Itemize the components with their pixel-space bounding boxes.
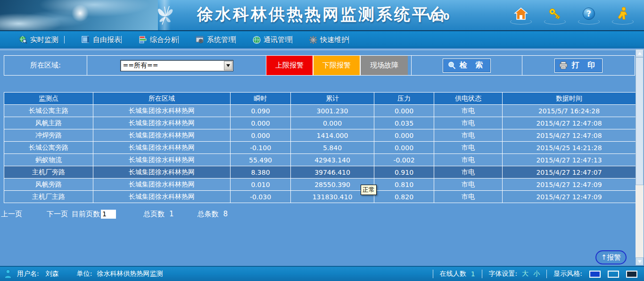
nav-separator — [292, 36, 292, 43]
cell-power-status: 市电 — [434, 179, 503, 191]
cell-instant: 0.000 — [231, 117, 291, 129]
column-header[interactable]: 瞬时 — [231, 93, 291, 105]
column-header[interactable]: 数据时间 — [503, 93, 636, 105]
table-body: 长城公寓主路 长城集团徐水科林热网 0.090 3001.230 0.000 市… — [4, 105, 636, 203]
region-select[interactable]: ==所有== — [120, 60, 233, 71]
ripple-decoration — [612, 19, 634, 25]
region-selected-value: ==所有== — [121, 61, 224, 70]
column-header[interactable]: 监测点 — [4, 93, 93, 105]
gear-icon — [309, 36, 317, 44]
font-setting-label: 字体设置: — [489, 270, 518, 278]
cell-region: 长城集团徐水科林热网 — [93, 191, 231, 203]
search-button-label: 检 索 — [460, 60, 486, 70]
next-page-link[interactable]: 下一页 — [47, 210, 68, 219]
cell-power-status: 市电 — [434, 117, 503, 129]
question-mark-icon: ? — [583, 8, 595, 20]
cell-power-status: 市电 — [434, 129, 503, 142]
table-header-row: 监测点 所在区域 瞬时 累计 压力 供电状态 数据时间 — [4, 93, 636, 105]
ripple-decoration — [578, 19, 600, 25]
table-row[interactable]: 长城公寓旁路 长城集团徐水科林热网 -0.100 5.840 0.000 市电 … — [4, 142, 636, 154]
style-swatch-light[interactable] — [608, 271, 619, 278]
cell-region: 长城集团徐水科林热网 — [93, 105, 231, 117]
prev-page-link[interactable]: 上一页 — [1, 210, 22, 219]
style-swatch-blue[interactable] — [589, 271, 601, 278]
cell-monitor-point: 冲焊旁路 — [4, 129, 93, 142]
column-header[interactable]: 所在区域 — [93, 93, 231, 105]
online-count-label: 在线人数 — [440, 270, 466, 278]
help-button[interactable]: ? — [581, 6, 597, 22]
style-swatch-dark[interactable] — [626, 271, 637, 278]
user-exit-button[interactable] — [615, 6, 631, 22]
home-button[interactable] — [513, 6, 529, 22]
butterfly-logo-icon — [155, 4, 176, 28]
username-value: 刘森 — [46, 270, 59, 278]
alarm-float-button[interactable]: ↑报警 — [595, 250, 627, 264]
nav-separator — [121, 36, 122, 43]
cell-monitor-point: 主机厂旁路 — [4, 166, 93, 179]
upper-limit-alarm-button[interactable]: 上限报警 — [266, 56, 314, 75]
cell-monitor-point: 风帆旁路 — [4, 179, 93, 191]
column-header[interactable]: 供电状态 — [434, 93, 503, 105]
nav-item-analysis[interactable]: 综合分析 — [139, 35, 178, 44]
cell-pressure: 0.035 — [374, 117, 434, 129]
nav-separator — [235, 36, 236, 43]
nav-item-realtime[interactable]: 实时监测 — [19, 35, 64, 44]
cell-data-time: 2015/4/27 12:47:09 — [503, 191, 636, 203]
dropdown-arrow-button[interactable] — [224, 61, 232, 70]
table-row[interactable]: 风帆主路 长城集团徐水科林热网 0.000 0.000 0.035 市电 201… — [4, 117, 636, 129]
nav-item-label: 通讯管理 — [264, 35, 292, 44]
cell-region: 长城集团徐水科林热网 — [93, 129, 231, 142]
nav-item-reports[interactable]: 自由报表 — [82, 35, 121, 44]
cell-pressure: 0.810 — [374, 179, 434, 191]
filter-bar: 所在区域: ==所有== 上限报警 下限报警 现场故障 检 索 — [4, 55, 635, 76]
total-pages-value: 1 — [169, 210, 174, 218]
cell-region: 长城集团徐水科林热网 — [93, 154, 231, 166]
world-map-image — [0, 0, 158, 30]
cell-power-status: 市电 — [434, 191, 503, 203]
scroll-up-button[interactable] — [636, 49, 644, 57]
page-title: 徐水科林供热热网监测系统平台 — [197, 4, 448, 26]
pagination-bar: 上一页 下一页 目前页数 总页数 1 总条数 8 — [1, 209, 228, 219]
current-page-input[interactable] — [101, 210, 116, 219]
table-row[interactable]: 主机厂旁路 长城集团徐水科林热网 8.380 39746.410 0.910 市… — [4, 166, 636, 179]
table-row[interactable]: 风帆旁路 长城集团徐水科林热网 0.010 28550.390 0.810 市电… — [4, 179, 636, 191]
cell-data-time: 2015/4/27 12:47:09 — [503, 179, 636, 191]
vertical-scrollbar[interactable] — [636, 49, 644, 265]
version-label: V1.0 — [427, 11, 449, 22]
online-count-value: 1 — [471, 270, 475, 278]
column-header[interactable]: 压力 — [374, 93, 434, 105]
cell-monitor-point: 主机厂主路 — [4, 191, 93, 203]
cell-region: 长城集团徐水科林热网 — [93, 166, 231, 179]
cell-power-status: 市电 — [434, 154, 503, 166]
cell-power-status: 市电 — [434, 166, 503, 179]
nav-item-system[interactable]: 系统管理 — [196, 35, 235, 44]
lower-limit-alarm-button[interactable]: 下限报警 — [314, 56, 361, 75]
table-row[interactable]: 主机厂主路 长城集团徐水科林热网 -0.030 131830.410 0.820… — [4, 191, 636, 203]
table-row[interactable]: 长城公寓主路 长城集团徐水科林热网 0.090 3001.230 0.000 市… — [4, 105, 636, 117]
user-icon — [4, 269, 12, 279]
cell-cumulative: 5.840 — [291, 142, 374, 154]
key-button[interactable] — [547, 6, 563, 22]
nav-item-label: 自由报表 — [93, 35, 121, 44]
header-banner: 徐水科林供热热网监测系统平台 V1.0 ? — [0, 0, 644, 31]
nav-item-communication[interactable]: 通讯管理 — [253, 35, 292, 44]
print-button[interactable]: 打 印 — [554, 59, 603, 73]
cell-data-time: 2015/4/27 12:47:08 — [503, 117, 636, 129]
org-label: 单位: — [77, 270, 92, 278]
font-large-option[interactable]: 大 — [522, 270, 528, 278]
column-header[interactable]: 累计 — [291, 93, 374, 105]
scroll-down-button[interactable] — [636, 257, 644, 265]
field-fault-button[interactable]: 现场故障 — [361, 56, 408, 75]
search-button[interactable]: 检 索 — [443, 59, 491, 73]
nav-item-label: 快速维护 — [320, 35, 348, 44]
scrollbar-thumb[interactable] — [636, 57, 644, 185]
cell-region: 长城集团徐水科林热网 — [93, 179, 231, 191]
nav-separator — [178, 36, 179, 43]
font-small-option[interactable]: 小 — [533, 270, 540, 278]
cell-pressure: -0.002 — [374, 154, 434, 166]
nav-item-maintenance[interactable]: 快速维护 — [309, 35, 348, 44]
table-row[interactable]: 冲焊旁路 长城集团徐水科林热网 0.000 1414.000 0.000 市电 … — [4, 129, 636, 142]
report-icon — [82, 36, 90, 43]
status-separator — [433, 270, 433, 278]
table-row[interactable]: 蚂蚁物流 长城集团徐水科林热网 55.490 42943.140 -0.002 … — [4, 154, 636, 166]
